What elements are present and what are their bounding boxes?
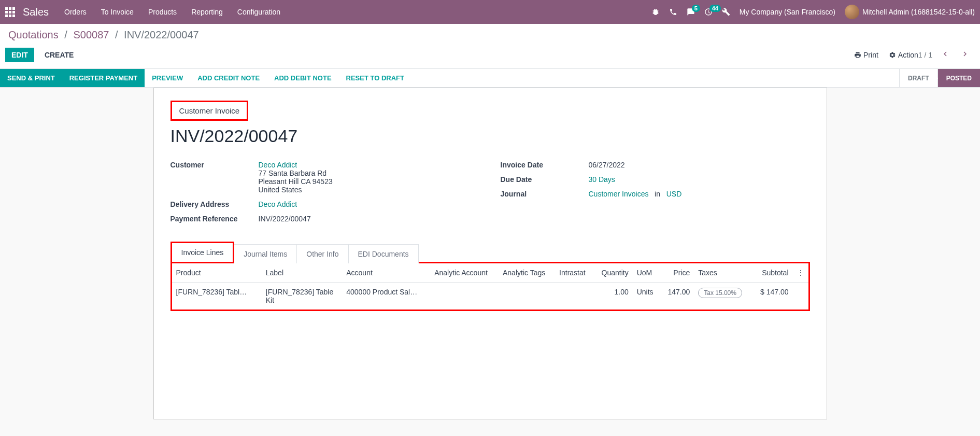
- reset-to-draft-button[interactable]: RESET TO DRAFT: [339, 69, 411, 87]
- print-icon: [854, 51, 861, 59]
- nav-configuration[interactable]: Configuration: [237, 8, 280, 16]
- th-intrastat[interactable]: Intrastat: [555, 263, 593, 283]
- customer-link[interactable]: Deco Addict: [259, 161, 297, 169]
- bug-icon[interactable]: [651, 8, 660, 16]
- th-product[interactable]: Product: [172, 263, 262, 283]
- cell-uom: Units: [633, 283, 660, 310]
- messages-icon[interactable]: 5: [687, 8, 695, 16]
- add-debit-note-button[interactable]: ADD DEBIT NOTE: [267, 69, 339, 87]
- th-subtotal[interactable]: Subtotal: [752, 263, 792, 283]
- due-date-value[interactable]: 30 Days: [589, 175, 615, 184]
- messages-badge: 5: [692, 5, 700, 12]
- cell-quantity: 1.00: [593, 283, 633, 310]
- highlight-doc-type: Customer Invoice: [171, 101, 249, 121]
- create-button[interactable]: CREATE: [38, 48, 80, 62]
- invoice-lines-table: Product Label Account Analytic Account A…: [172, 263, 808, 310]
- delivery-address-link[interactable]: Deco Addict: [259, 200, 297, 208]
- cell-subtotal: $ 147.00: [752, 283, 792, 310]
- th-options[interactable]: ⋮: [793, 263, 808, 283]
- phone-icon[interactable]: [669, 8, 677, 16]
- journal-value[interactable]: Customer Invoices: [589, 190, 649, 198]
- user-menu[interactable]: Mitchell Admin (16881542-15-0-all): [845, 5, 975, 19]
- address-line-1: 77 Santa Barbara Rd: [259, 169, 327, 177]
- breadcrumb-current: INV/2022/00047: [124, 29, 199, 40]
- customer-label: Customer: [171, 161, 259, 169]
- due-date-label: Due Date: [501, 175, 589, 184]
- status-posted[interactable]: POSTED: [938, 69, 980, 87]
- form-sheet: Customer Invoice INV/2022/00047 Customer…: [153, 88, 827, 419]
- invoice-date-value: 06/27/2022: [589, 161, 810, 169]
- activities-icon[interactable]: 44: [704, 8, 713, 16]
- gear-icon: [889, 51, 896, 59]
- nav-orders[interactable]: Orders: [64, 8, 87, 16]
- cell-label: [FURN_78236] Table Kit: [262, 283, 342, 310]
- top-navbar: Sales Orders To Invoice Products Reporti…: [0, 0, 980, 24]
- payment-reference-value: INV/2022/00047: [259, 215, 480, 223]
- control-panel: Quotations / S00087 / INV/2022/00047 EDI…: [0, 24, 980, 69]
- apps-icon[interactable]: [5, 7, 15, 17]
- register-payment-button[interactable]: REGISTER PAYMENT: [62, 69, 145, 87]
- cell-analytic-account: [430, 283, 499, 310]
- doc-type-label: Customer Invoice: [179, 106, 240, 115]
- add-credit-note-button[interactable]: ADD CREDIT NOTE: [190, 69, 267, 87]
- th-analytic-account[interactable]: Analytic Account: [430, 263, 499, 283]
- tab-other-info[interactable]: Other Info: [297, 245, 348, 263]
- payment-reference-label: Payment Reference: [171, 215, 259, 223]
- breadcrumb-order[interactable]: S00087: [73, 29, 109, 40]
- action-button[interactable]: Action: [889, 51, 918, 59]
- nav-reporting[interactable]: Reporting: [191, 8, 223, 16]
- th-uom[interactable]: UoM: [633, 263, 660, 283]
- journal-currency[interactable]: USD: [666, 190, 682, 198]
- nav-to-invoice[interactable]: To Invoice: [101, 8, 134, 16]
- tab-edi-documents[interactable]: EDI Documents: [349, 245, 418, 263]
- cell-account: 400000 Product Sal…: [346, 288, 419, 296]
- th-label[interactable]: Label: [262, 263, 342, 283]
- pager-prev[interactable]: [939, 47, 952, 62]
- cell-intrastat: [555, 283, 593, 310]
- chevron-right-icon: [960, 49, 970, 59]
- nav-menu: Orders To Invoice Products Reporting Con…: [64, 8, 651, 16]
- navbar-right: 5 44 My Company (San Francisco) Mitchell…: [651, 5, 975, 19]
- invoice-date-label: Invoice Date: [501, 161, 589, 169]
- cell-taxes: Tax 15.00%: [698, 288, 742, 298]
- company-switcher[interactable]: My Company (San Francisco): [740, 8, 835, 16]
- print-button[interactable]: Print: [854, 51, 878, 59]
- delivery-address-label: Delivery Address: [171, 200, 259, 208]
- journal-in: in: [655, 190, 660, 198]
- pager-next[interactable]: [958, 47, 972, 62]
- address-line-2: Pleasant Hill CA 94523: [259, 177, 333, 186]
- preview-button[interactable]: PREVIEW: [145, 69, 190, 87]
- status-draft[interactable]: DRAFT: [899, 69, 938, 87]
- pager-count[interactable]: 1 / 1: [918, 51, 932, 59]
- chevron-left-icon: [941, 49, 950, 59]
- highlight-tab: Invoice Lines: [171, 242, 235, 263]
- tab-invoice-lines[interactable]: Invoice Lines: [172, 243, 233, 262]
- th-quantity[interactable]: Quantity: [593, 263, 633, 283]
- app-brand[interactable]: Sales: [23, 6, 49, 18]
- th-account[interactable]: Account: [342, 263, 430, 283]
- tab-journal-items[interactable]: Journal Items: [234, 245, 297, 263]
- table-row[interactable]: [FURN_78236] Table … [FURN_78236] Table …: [172, 283, 808, 310]
- breadcrumb-root[interactable]: Quotations: [8, 29, 59, 40]
- send-print-button[interactable]: SEND & PRINT: [0, 69, 62, 87]
- cell-analytic-tags: [499, 283, 555, 310]
- status-bar: SEND & PRINT REGISTER PAYMENT PREVIEW AD…: [0, 69, 980, 88]
- th-analytic-tags[interactable]: Analytic Tags: [499, 263, 555, 283]
- address-line-3: United States: [259, 186, 302, 194]
- page-title: INV/2022/00047: [171, 126, 810, 146]
- edit-button[interactable]: EDIT: [5, 48, 34, 62]
- journal-label: Journal: [501, 190, 589, 198]
- avatar: [845, 5, 859, 19]
- tools-icon[interactable]: [722, 8, 730, 16]
- nav-products[interactable]: Products: [148, 8, 177, 16]
- breadcrumb: Quotations / S00087 / INV/2022/00047: [8, 29, 972, 41]
- highlight-table: Product Label Account Analytic Account A…: [171, 262, 810, 311]
- activities-badge: 44: [709, 5, 721, 12]
- th-taxes[interactable]: Taxes: [694, 263, 752, 283]
- th-price[interactable]: Price: [660, 263, 694, 283]
- cell-product: [FURN_78236] Table …: [176, 288, 249, 296]
- cell-price: 147.00: [660, 283, 694, 310]
